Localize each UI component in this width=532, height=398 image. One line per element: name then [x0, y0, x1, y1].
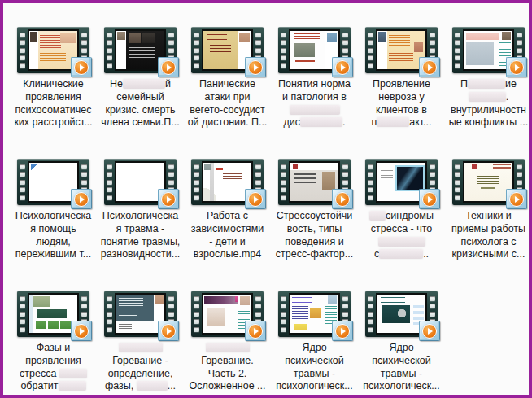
video-thumbnail[interactable]	[365, 27, 438, 73]
film-sprocket-holes-left	[104, 27, 115, 73]
file-name-text: Психологическа	[15, 210, 91, 221]
redaction-box	[123, 79, 165, 89]
play-icon[interactable]	[332, 57, 353, 77]
file-name-text: приемы работы	[451, 223, 525, 234]
file-name-text: Психологическа	[102, 210, 178, 221]
file-name-text: стресса	[20, 368, 59, 379]
video-thumbnail[interactable]	[104, 159, 177, 205]
file-name-text: внутриличностн	[451, 104, 526, 116]
file-name-text: людям,	[36, 236, 71, 247]
redaction-box	[468, 79, 505, 89]
video-file-item[interactable]: Техники иприемы работыпсихолога скризисн…	[445, 159, 532, 291]
file-name-text: психологическ...	[363, 380, 439, 391]
video-thumbnail[interactable]	[278, 291, 351, 337]
video-file-item[interactable]: Горевание.Часть 2.Осложненное ...	[184, 291, 271, 398]
film-sprocket-holes-left	[452, 27, 463, 73]
video-thumbnail[interactable]	[365, 159, 438, 205]
play-icon[interactable]	[332, 321, 353, 341]
video-thumbnail[interactable]	[17, 291, 89, 337]
play-icon[interactable]	[158, 57, 179, 77]
file-name-label: Проявлениеневроза уклиентов впакт...	[359, 78, 445, 129]
play-icon[interactable]	[71, 321, 92, 341]
play-icon[interactable]	[506, 57, 527, 77]
film-sprocket-holes-left	[191, 159, 202, 205]
film-sprocket-holes-left	[365, 291, 376, 337]
file-name-text: .	[506, 91, 508, 103]
video-file-item[interactable]: Пие.внутриличностные конфликты ...	[445, 27, 532, 159]
redaction-box	[469, 92, 506, 102]
video-file-item[interactable]: Нейсемейныйкризис. смертьчлена семьи.П..…	[97, 27, 184, 159]
file-name-label: Психологическая помощьлюдям,пережившим т…	[11, 210, 97, 261]
file-grid: Клиническиепроявленияпсихосоматических р…	[10, 27, 529, 398]
video-thumbnail[interactable]	[191, 27, 264, 73]
video-thumbnail[interactable]	[365, 291, 438, 337]
play-triangle-icon	[341, 328, 346, 335]
file-name-text: .	[342, 116, 345, 128]
redaction-box	[379, 249, 423, 259]
file-name-label: Горевание.Часть 2.Осложненное ...	[185, 342, 271, 393]
file-name-text: ких расстройст...	[14, 116, 92, 128]
play-icon[interactable]	[158, 321, 179, 341]
video-file-item[interactable]: Психологическая травма -понятие травмы,р…	[97, 159, 184, 291]
file-name-text: травмы -	[294, 368, 335, 379]
video-thumbnail[interactable]	[191, 291, 264, 337]
file-name-text: поведения и	[285, 236, 343, 247]
video-thumbnail[interactable]	[191, 159, 264, 205]
video-thumbnail[interactable]	[104, 27, 177, 73]
play-icon[interactable]	[245, 57, 266, 77]
film-sprocket-holes-left	[104, 159, 115, 205]
play-circle-icon	[248, 324, 263, 339]
video-file-item[interactable]: Психологическая помощьлюдям,пережившим т…	[10, 159, 97, 291]
video-file-item[interactable]: Клиническиепроявленияпсихосоматических р…	[10, 27, 97, 159]
video-file-item[interactable]: Проявлениеневроза уклиентов впакт...	[358, 27, 445, 159]
file-name-text: Панические	[199, 78, 255, 90]
video-thumbnail[interactable]	[452, 27, 525, 73]
play-triangle-icon	[428, 196, 433, 203]
video-thumbnail[interactable]	[278, 159, 351, 205]
file-name-text: акт...	[409, 116, 431, 128]
video-thumbnail[interactable]	[104, 291, 177, 337]
video-file-item[interactable]: Стрессоустойчивость, типыповедения истре…	[271, 159, 358, 291]
file-name-text: й	[165, 78, 171, 90]
video-file-item[interactable]: Ядропсихическойтравмы -психологическ...	[271, 291, 358, 398]
file-name-text: ..	[423, 248, 429, 260]
redaction-box	[290, 105, 340, 115]
file-name-label: Фазы ипроявлениястресса обратит	[11, 342, 97, 393]
video-thumbnail[interactable]	[278, 27, 351, 73]
play-circle-icon	[74, 60, 89, 75]
file-name-text: психической	[372, 355, 431, 366]
video-file-item[interactable]: Понятия нормаи патология вдис.	[271, 27, 358, 159]
play-icon[interactable]	[158, 189, 179, 209]
play-icon[interactable]	[419, 189, 440, 209]
play-icon[interactable]	[419, 321, 440, 341]
file-name-text: члена семьи.П...	[101, 116, 179, 128]
file-name-label: Психологическая травма -понятие травмы,р…	[98, 210, 184, 261]
play-icon[interactable]	[71, 189, 92, 209]
play-icon[interactable]	[71, 57, 92, 77]
file-name-label: Горевание -определение,фазы, ...	[98, 342, 184, 393]
play-icon[interactable]	[245, 189, 266, 209]
video-file-item[interactable]: синдромыстресса - чтос..	[358, 159, 445, 291]
file-name-text: фазы,	[105, 380, 137, 391]
file-name-text: проявления	[25, 91, 81, 103]
file-name-label: Клиническиепроявленияпсихосоматических р…	[11, 78, 97, 129]
video-thumbnail[interactable]	[17, 27, 89, 73]
video-file-item[interactable]: Фазы ипроявлениястресса обратит	[10, 291, 97, 398]
play-icon[interactable]	[506, 189, 527, 209]
video-file-item[interactable]: Работа сзависимостями- дети ивзрослые.mp…	[184, 159, 271, 291]
video-file-item[interactable]: Паническиеатаки привегето-сосудистой дис…	[184, 27, 271, 159]
play-circle-icon	[248, 60, 263, 75]
play-icon[interactable]	[332, 189, 353, 209]
play-icon[interactable]	[245, 321, 266, 341]
video-thumbnail[interactable]	[17, 159, 89, 205]
play-circle-icon	[161, 60, 176, 75]
file-name-text: невроза у	[378, 91, 425, 103]
file-name-text: вость, типы	[287, 223, 342, 234]
play-triangle-icon	[254, 328, 259, 335]
video-file-item[interactable]: Горевание -определение,фазы, ...	[97, 291, 184, 398]
video-file-item[interactable]: Ядропсихическойтравмы -психологическ...	[358, 291, 445, 398]
file-name-label: Ядропсихическойтравмы -психологическ...	[359, 342, 445, 393]
video-thumbnail[interactable]	[452, 159, 525, 205]
film-sprocket-holes-left	[104, 291, 115, 337]
play-icon[interactable]	[419, 57, 440, 77]
